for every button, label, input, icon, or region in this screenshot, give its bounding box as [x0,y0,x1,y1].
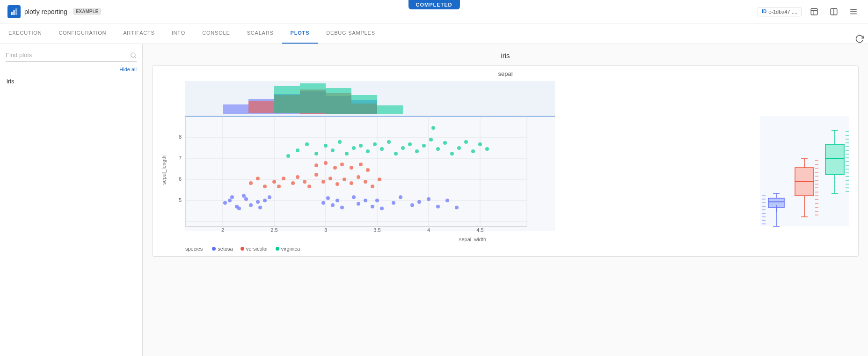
svg-point-126 [387,140,391,144]
svg-point-109 [340,163,344,166]
tab-console[interactable]: CONSOLE [194,23,238,44]
svg-point-132 [429,138,433,141]
sidebar-item-iris[interactable]: iris [6,76,137,87]
svg-point-84 [445,199,449,202]
refresh-button[interactable] [855,34,864,44]
svg-text:8: 8 [179,134,182,140]
top-bar: plotly reporting EXAMPLE COMPLETED ID e-… [0,0,868,23]
legend-item-versicolor: versicolor [241,246,268,252]
x-axis-label: sepal_width [185,237,760,242]
svg-point-137 [464,140,468,144]
svg-rect-183 [825,144,844,175]
notes-button[interactable] [807,6,821,18]
svg-point-65 [263,199,267,202]
menu-button[interactable] [846,6,861,18]
plot-section-title: iris [152,52,859,59]
legend-item-virginica: virginica [276,246,300,252]
svg-text:2.5: 2.5 [270,227,277,233]
svg-point-113 [286,154,290,158]
tab-execution[interactable]: EXECUTION [0,23,50,44]
svg-point-115 [305,142,309,146]
svg-point-114 [296,148,299,152]
svg-rect-1 [13,10,15,15]
svg-rect-15 [223,104,248,114]
svg-point-95 [307,185,311,188]
tab-configuration[interactable]: CONFIGURATION [50,23,115,44]
id-badge[interactable]: ID e-1dba47 .... [758,7,802,16]
virginica-label: virginica [281,246,300,252]
svg-point-88 [263,185,267,188]
svg-text:2: 2 [221,227,224,233]
svg-rect-26 [274,86,300,113]
chart-inner: 8 7 6 5 2 2.5 3 3.5 4 4.5 sepal_length [157,81,853,242]
svg-point-129 [408,142,412,146]
svg-point-124 [373,142,377,146]
svg-point-94 [303,180,306,184]
svg-point-123 [366,149,370,153]
svg-point-103 [364,180,367,184]
svg-point-138 [471,149,475,153]
svg-point-89 [272,180,276,184]
svg-point-106 [314,163,318,167]
svg-point-96 [314,173,318,177]
main-chart: 8 7 6 5 2 2.5 3 3.5 4 4.5 sepal_length [157,81,760,242]
svg-rect-28 [326,88,351,114]
svg-point-112 [366,168,370,172]
svg-point-87 [256,177,260,180]
split-button[interactable] [827,6,841,18]
virginica-dot [276,247,279,251]
svg-text:7: 7 [179,155,182,161]
svg-point-80 [410,203,414,207]
svg-point-58 [237,207,241,210]
tab-info[interactable]: INFO [163,23,194,44]
svg-point-135 [450,152,454,156]
completed-badge: COMPLETED [408,0,460,9]
svg-point-86 [249,181,253,185]
tab-debug-samples[interactable]: DEBUG SAMPLES [318,23,384,44]
svg-point-102 [357,175,360,179]
main-layout: Hide all iris iris sepal [0,44,868,356]
refresh-area [855,34,864,44]
svg-text:5: 5 [179,197,182,203]
search-icon[interactable] [130,52,137,59]
tab-scalars[interactable]: SCALARS [239,23,282,44]
svg-point-107 [324,161,328,165]
legend: species setosa versicolor virginica [157,246,853,252]
chart-wrapper: sepal [152,65,859,257]
svg-point-120 [345,152,349,156]
search-input[interactable] [6,52,130,59]
svg-text:sepal_length: sepal_length [161,156,167,185]
svg-point-85 [455,206,459,209]
versicolor-dot [241,247,244,251]
svg-point-62 [242,194,246,198]
svg-rect-29 [351,95,377,114]
svg-point-133 [436,147,440,151]
versicolor-label: versicolor [246,246,268,252]
svg-point-66 [268,195,271,199]
svg-point-92 [291,181,295,185]
svg-text:6: 6 [179,176,182,182]
setosa-label: setosa [218,246,233,252]
svg-point-139 [478,142,482,146]
tab-artifacts[interactable]: ARTIFACTS [115,23,163,44]
svg-rect-0 [11,12,13,15]
tab-plots[interactable]: PLOTS [282,23,318,44]
svg-point-121 [352,146,356,150]
svg-point-63 [256,200,260,204]
svg-point-134 [443,141,447,145]
legend-item-setosa: setosa [212,246,233,252]
svg-point-60 [244,197,248,201]
svg-point-119 [338,140,342,144]
svg-point-72 [352,195,356,199]
svg-rect-3 [811,8,817,15]
svg-point-79 [399,195,402,199]
id-label: ID [762,9,766,14]
svg-point-90 [277,185,281,188]
svg-point-83 [436,205,440,208]
svg-point-108 [333,166,337,170]
svg-point-81 [417,200,421,204]
svg-point-73 [357,202,360,206]
hide-all-button[interactable]: Hide all [6,67,137,72]
svg-point-117 [324,144,328,148]
box-plot-svg [760,81,849,240]
